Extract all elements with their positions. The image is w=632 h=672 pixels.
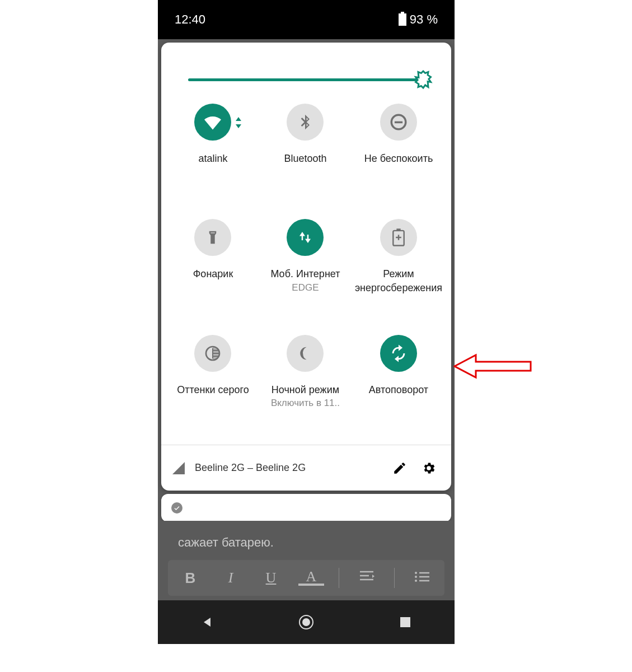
bold-button[interactable]: B [177,570,203,587]
tile-dnd-label: Не беспокоить [361,152,437,165]
italic-button[interactable]: I [218,570,244,586]
mobile-data-icon [287,219,324,256]
quick-settings-panel: atalink Bluetooth Не беспокоить Фонарик [161,43,451,491]
grayscale-icon [194,335,231,372]
tile-battery-saver-label: Режим энергосбережения [352,267,446,295]
align-button[interactable] [354,570,380,586]
tile-flashlight[interactable]: Фонарик [167,219,259,318]
tile-mobile-data-sublabel: EDGE [292,282,319,293]
format-toolbar: B I U A [168,560,444,596]
tile-night-mode-label: Ночной режим [268,383,343,396]
bluetooth-icon [287,104,324,141]
brightness-slider[interactable] [161,43,451,92]
list-button[interactable] [409,570,435,586]
wifi-icon [194,104,231,141]
nav-back-button[interactable] [196,611,218,633]
wifi-expand-icon[interactable] [235,117,242,130]
tile-night-mode-sublabel: Включить в 11.. [271,398,340,409]
nav-recent-button[interactable] [394,611,416,633]
tile-wifi-label: atalink [195,152,231,165]
dnd-icon [380,104,417,141]
tile-mobile-data[interactable]: Моб. Интернет EDGE [259,219,352,318]
svg-rect-3 [396,229,400,231]
battery-percent: 93 % [410,12,438,27]
svg-point-7 [415,580,417,582]
signal-icon [172,462,185,474]
phone-frame: 12:40 93 % atalink [158,0,455,644]
night-mode-icon [287,335,324,372]
navigation-bar [158,600,455,644]
svg-point-6 [415,576,417,578]
battery-icon [399,13,406,26]
brightness-track [188,78,424,81]
tile-grayscale[interactable]: Оттенки серого [167,335,259,433]
toolbar-divider [339,568,339,588]
tile-autorotate[interactable]: Автоповорот [352,335,446,433]
tile-grayscale-label: Оттенки серого [174,383,252,396]
tile-mobile-data-label: Моб. Интернет [267,267,343,281]
notification-badge-icon [171,502,182,514]
notification-card[interactable] [161,494,451,522]
svg-point-9 [302,618,310,626]
tile-night-mode[interactable]: Ночной режим Включить в 11.. [259,335,352,433]
tile-wifi[interactable]: atalink [167,104,259,202]
flashlight-icon [194,219,231,256]
tile-autorotate-label: Автоповорот [366,383,432,396]
status-bar: 12:40 93 % [158,0,455,39]
carrier-label: Beeline 2G – Beeline 2G [195,462,382,474]
tile-dnd[interactable]: Не беспокоить [352,104,446,202]
battery-saver-icon [380,219,417,256]
settings-button[interactable] [418,457,440,479]
annotation-arrow [453,349,532,383]
qs-footer: Beeline 2G – Beeline 2G [161,445,451,491]
tile-bluetooth[interactable]: Bluetooth [259,104,352,202]
svg-rect-1 [395,122,402,124]
edit-button[interactable] [388,457,411,479]
status-time: 12:40 [175,12,205,27]
tile-battery-saver[interactable]: Режим энергосбережения [352,219,446,318]
text-color-button[interactable]: A [298,570,324,585]
svg-rect-10 [400,617,410,627]
autorotate-icon [380,335,417,372]
toolbar-divider [394,568,395,588]
nav-home-button[interactable] [295,611,317,633]
tiles-grid: atalink Bluetooth Не беспокоить Фонарик [161,92,451,445]
underline-button[interactable]: U [258,570,284,586]
svg-point-5 [415,572,417,574]
tile-flashlight-label: Фонарик [190,267,237,281]
brightness-thumb-icon[interactable] [413,69,433,90]
background-text: сажает батарею. [158,521,455,556]
tile-bluetooth-label: Bluetooth [280,152,330,165]
